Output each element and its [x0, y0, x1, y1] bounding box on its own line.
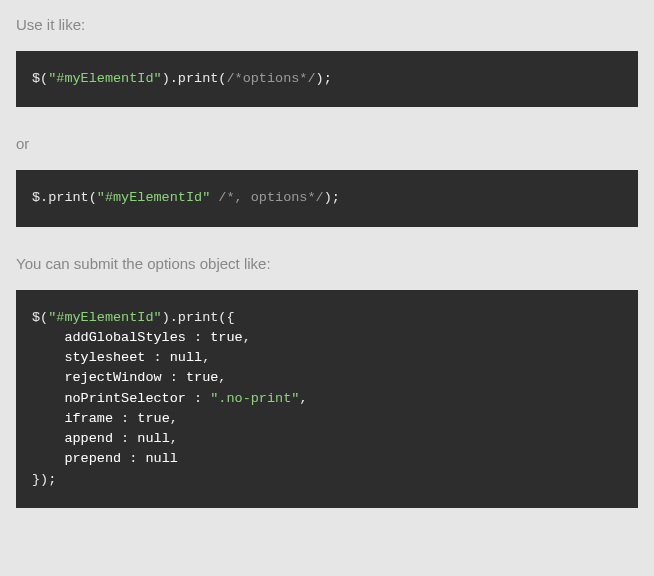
code-token-keyword: true	[210, 330, 242, 345]
code-token: :	[186, 330, 210, 345]
code-token: :	[145, 350, 169, 365]
code-token-prop: rejectWindow	[64, 370, 161, 385]
code-token-keyword: true	[137, 411, 169, 426]
code-token-comment: /*, options*/	[218, 190, 323, 205]
code-token-prop: stylesheet	[64, 350, 145, 365]
code-indent	[32, 370, 64, 385]
code-indent	[32, 330, 64, 345]
code-token-prop: append	[64, 431, 113, 446]
code-token-keyword: null	[137, 431, 169, 446]
code-token: ,	[170, 431, 178, 446]
code-token: );	[316, 71, 332, 86]
code-block-1: $("#myElementId").print(/*options*/);	[16, 51, 638, 107]
code-token-keyword: null	[145, 451, 177, 466]
code-token-prop: prepend	[64, 451, 121, 466]
code-indent	[32, 350, 64, 365]
code-token-prop: addGlobalStyles	[64, 330, 186, 345]
code-token: ,	[202, 350, 210, 365]
code-token-prop: noPrintSelector	[64, 391, 186, 406]
code-token: :	[113, 431, 137, 446]
code-token: ).print(	[162, 71, 227, 86]
code-token: ,	[170, 411, 178, 426]
code-token: $(	[32, 71, 48, 86]
code-token-string: ".no-print"	[210, 391, 299, 406]
code-token: ,	[299, 391, 307, 406]
code-token: ).print({	[162, 310, 235, 325]
code-token: });	[32, 472, 56, 487]
code-token: ,	[218, 370, 226, 385]
code-token-keyword: true	[186, 370, 218, 385]
code-token: ,	[243, 330, 251, 345]
code-token: :	[162, 370, 186, 385]
code-token: $(	[32, 310, 48, 325]
code-indent	[32, 411, 64, 426]
code-token: );	[324, 190, 340, 205]
code-token-prop: iframe	[64, 411, 113, 426]
intro-text-3: You can submit the options object like:	[16, 255, 638, 272]
code-block-2: $.print("#myElementId" /*, options*/);	[16, 170, 638, 226]
code-token: :	[121, 451, 145, 466]
code-token-string: "#myElementId"	[48, 71, 161, 86]
code-token: $.print(	[32, 190, 97, 205]
code-token-keyword: null	[170, 350, 202, 365]
code-indent	[32, 391, 64, 406]
code-token-comment: /*options*/	[226, 71, 315, 86]
code-token-string: "#myElementId"	[97, 190, 210, 205]
code-token-string: "#myElementId"	[48, 310, 161, 325]
intro-text-1: Use it like:	[16, 16, 638, 33]
code-indent	[32, 451, 64, 466]
code-block-3: $("#myElementId").print({ addGlobalStyle…	[16, 290, 638, 508]
code-indent	[32, 431, 64, 446]
code-token: :	[186, 391, 210, 406]
intro-text-2: or	[16, 135, 638, 152]
code-token: :	[113, 411, 137, 426]
